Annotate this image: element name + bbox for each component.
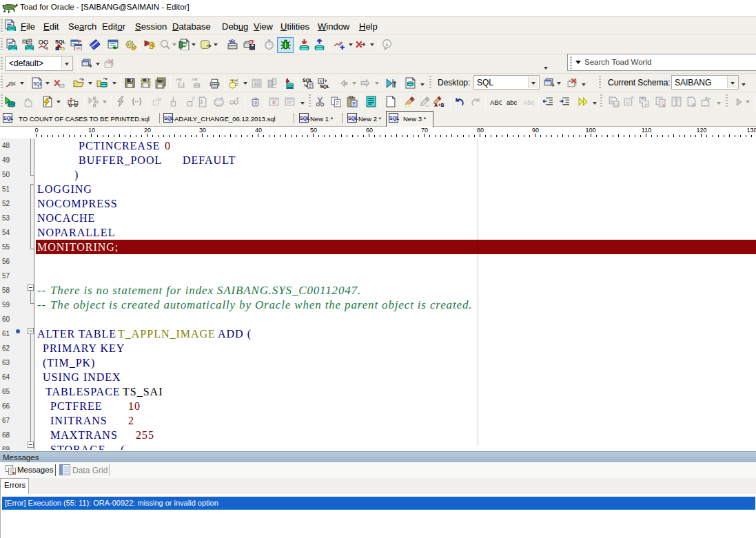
svg-text:SQL: SQL <box>55 39 66 45</box>
svg-text:abc: abc <box>507 99 518 106</box>
svg-text:Abc: Abc <box>523 99 535 106</box>
svg-text:B: B <box>441 103 445 107</box>
svg-text:SQL: SQL <box>320 84 329 89</box>
svg-text:SQL: SQL <box>33 81 42 87</box>
svg-text:A: A <box>434 103 438 107</box>
svg-text:ABC: ABC <box>490 99 502 106</box>
